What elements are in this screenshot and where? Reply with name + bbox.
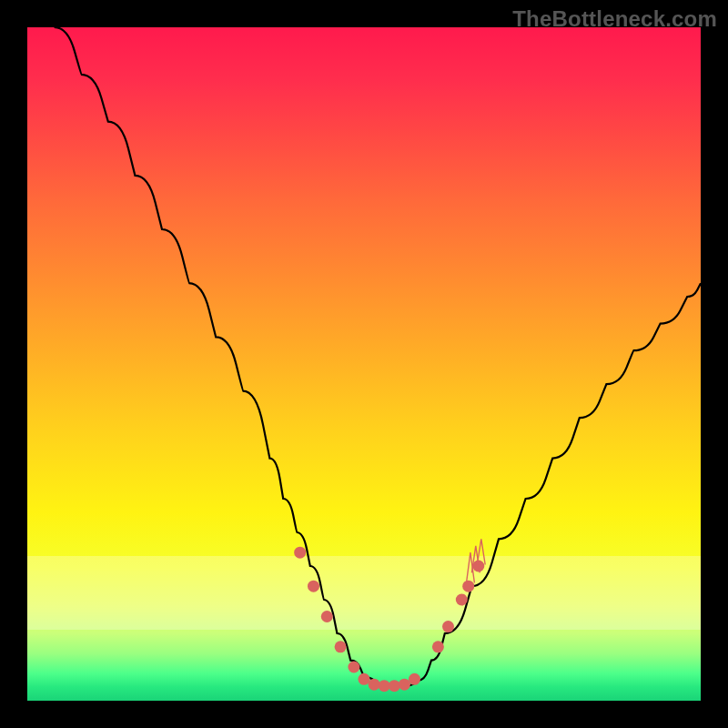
bottleneck-curve [55,27,701,686]
marker-dot [389,680,400,692]
marker-group [294,547,484,693]
marker-dot [294,547,306,559]
marker-dot [321,611,333,622]
marker-dot [348,662,359,673]
marker-dot [399,679,410,691]
chart-frame: TheBottleneck.com [0,0,728,728]
plot-area [27,27,701,701]
marker-dot [462,581,474,592]
marker-dot [308,581,319,592]
marker-dot [369,679,380,691]
marker-dot [456,594,468,606]
marker-dot [379,680,390,692]
marker-dot [359,673,370,685]
marker-dot [442,621,454,632]
marker-dot [335,641,347,652]
marker-dot [432,641,444,652]
curve-svg [27,27,701,701]
marker-dot [409,673,420,685]
